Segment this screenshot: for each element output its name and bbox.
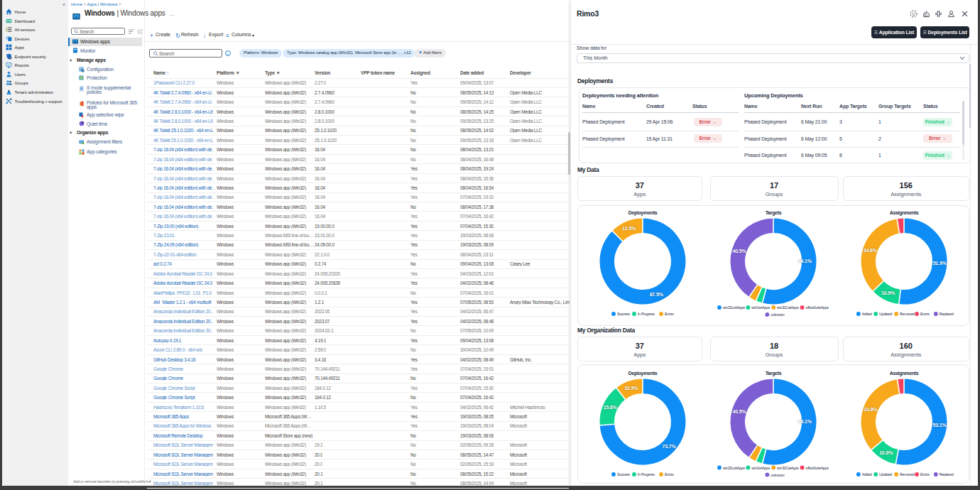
svg-text:winGetApps: winGetApps bbox=[751, 466, 770, 470]
svg-text:Updated: Updated bbox=[879, 472, 892, 477]
svg-text:10.9%: 10.9% bbox=[881, 290, 895, 296]
svg-text:33.8%: 33.8% bbox=[864, 407, 878, 413]
svg-text:win32LobApps: win32LobApps bbox=[723, 466, 746, 470]
svg-text:Added: Added bbox=[862, 312, 872, 316]
svg-text:Assignments: Assignments bbox=[890, 210, 919, 216]
svg-text:40.5%: 40.5% bbox=[732, 409, 746, 415]
svg-text:Success: Success bbox=[617, 472, 631, 477]
svg-text:win32LobApps: win32LobApps bbox=[723, 305, 746, 310]
svg-text:unknown: unknown bbox=[771, 473, 784, 477]
svg-text:Replaced: Replaced bbox=[940, 472, 954, 477]
svg-text:53.1%: 53.1% bbox=[932, 423, 947, 428]
svg-text:15.8%: 15.8% bbox=[603, 405, 617, 410]
svg-text:54.1%: 54.1% bbox=[798, 258, 812, 264]
svg-text:Targets: Targets bbox=[766, 210, 782, 216]
svg-text:73.7%: 73.7% bbox=[662, 444, 676, 450]
svg-text:54.1%: 54.1% bbox=[798, 419, 812, 425]
svg-text:10.5%: 10.5% bbox=[624, 386, 638, 391]
svg-text:40.5%: 40.5% bbox=[732, 249, 746, 254]
svg-text:Errors: Errors bbox=[665, 312, 674, 316]
svg-text:Removed: Removed bbox=[900, 472, 915, 477]
svg-text:Deployments: Deployments bbox=[628, 371, 658, 376]
svg-text:unknown: unknown bbox=[771, 312, 784, 317]
svg-text:Targets: Targets bbox=[766, 371, 782, 376]
svg-text:Updated: Updated bbox=[879, 312, 892, 316]
svg-text:win32CatApps: win32CatApps bbox=[777, 466, 799, 470]
svg-text:Deployments: Deployments bbox=[628, 210, 658, 216]
svg-text:51.9%: 51.9% bbox=[933, 261, 947, 266]
svg-text:In Progress: In Progress bbox=[638, 312, 655, 316]
svg-text:officeSuiteApps: officeSuiteApps bbox=[806, 305, 829, 310]
svg-text:10.6%: 10.6% bbox=[879, 450, 893, 456]
svg-text:Errors: Errors bbox=[665, 472, 674, 477]
svg-text:Removed: Removed bbox=[900, 312, 915, 316]
svg-text:win32CatApps: win32CatApps bbox=[777, 305, 799, 310]
svg-text:34.6%: 34.6% bbox=[864, 248, 878, 254]
svg-text:Replaced: Replaced bbox=[940, 312, 954, 316]
svg-text:officeSuiteApps: officeSuiteApps bbox=[806, 466, 829, 470]
svg-text:12.5%: 12.5% bbox=[622, 226, 636, 232]
svg-text:Success: Success bbox=[617, 312, 631, 316]
svg-text:winGetApps: winGetApps bbox=[751, 305, 770, 310]
svg-text:In Progress: In Progress bbox=[638, 472, 655, 477]
svg-text:Added: Added bbox=[862, 472, 872, 477]
svg-text:Errors: Errors bbox=[920, 472, 930, 477]
svg-text:Assignments: Assignments bbox=[890, 371, 919, 376]
svg-text:87.5%: 87.5% bbox=[650, 292, 664, 298]
svg-text:Errors: Errors bbox=[920, 312, 930, 316]
